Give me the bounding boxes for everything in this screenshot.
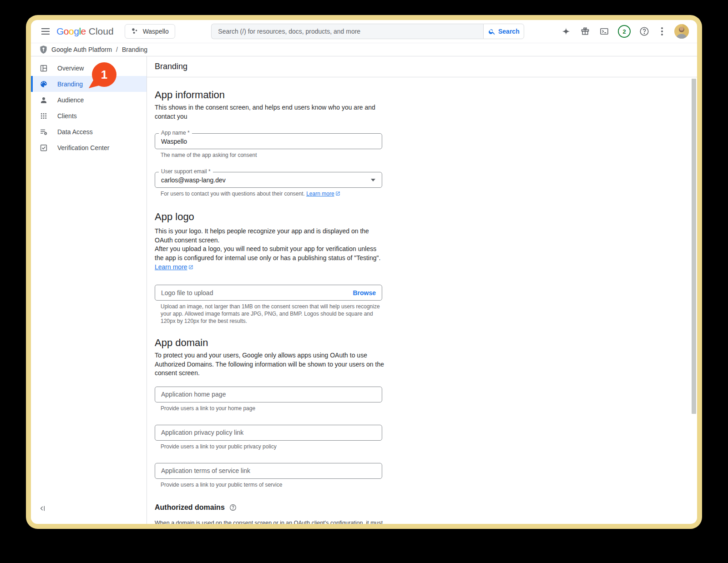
user-support-email-field: User support email * bbox=[155, 172, 382, 188]
google-cloud-logo[interactable]: Google Cloud bbox=[56, 26, 114, 37]
authorized-domains-heading-row: Authorized domains bbox=[155, 503, 679, 512]
auth-platform-shield-icon bbox=[40, 45, 47, 54]
home-page-field bbox=[155, 387, 382, 402]
gift-icon bbox=[581, 27, 590, 36]
logo-file-placeholder: Logo file to upload bbox=[161, 289, 213, 297]
hamburger-icon bbox=[41, 28, 50, 35]
sidebar-item-clients[interactable]: Clients bbox=[31, 108, 147, 124]
main-menu-button[interactable] bbox=[37, 23, 54, 40]
privacy-policy-input[interactable] bbox=[155, 425, 382, 441]
breadcrumb: Google Auth Platform / Branding bbox=[31, 43, 697, 56]
external-link-icon bbox=[188, 265, 193, 270]
sidebar-item-label: Verification Center bbox=[57, 144, 109, 151]
logo-letter: o bbox=[69, 26, 74, 37]
gemini-sparkle-icon bbox=[561, 27, 571, 36]
app-domain-heading: App domain bbox=[155, 337, 679, 349]
user-avatar[interactable] bbox=[674, 24, 689, 39]
sidebar-item-label: Branding bbox=[57, 80, 83, 88]
sidebar-item-label: Overview bbox=[57, 65, 84, 72]
app-logo-description-2: After you upload a logo, you will need t… bbox=[155, 245, 384, 262]
main-content: Branding App information This shows in t… bbox=[147, 56, 697, 524]
global-search: Search bbox=[211, 24, 524, 39]
help-button[interactable] bbox=[639, 23, 650, 40]
email-learn-more-link[interactable]: Learn more bbox=[306, 191, 334, 197]
terms-of-service-field bbox=[155, 463, 382, 479]
privacy-policy-helper: Provide users a link to your public priv… bbox=[161, 443, 383, 450]
app-domain-description: To protect you and your users, Google on… bbox=[155, 351, 384, 378]
app-name-field: App name * bbox=[155, 133, 382, 149]
application-home-page-input[interactable] bbox=[155, 387, 382, 402]
app-logo-heading: App logo bbox=[155, 211, 679, 223]
breadcrumb-root[interactable]: Google Auth Platform bbox=[51, 46, 112, 53]
home-page-helper: Provide users a link to your home page bbox=[161, 405, 383, 412]
project-selector[interactable]: Waspello bbox=[125, 24, 175, 39]
logo-letter: o bbox=[64, 26, 69, 37]
more-options-button[interactable] bbox=[658, 23, 666, 40]
logo-letter: G bbox=[56, 26, 64, 37]
sidebar-item-label: Clients bbox=[57, 112, 77, 120]
search-button-label: Search bbox=[498, 28, 520, 35]
browse-button[interactable]: Browse bbox=[353, 289, 376, 297]
dropdown-caret-icon[interactable] bbox=[371, 179, 375, 181]
sidebar-item-overview[interactable]: Overview bbox=[31, 60, 147, 76]
breadcrumb-separator: / bbox=[116, 46, 118, 53]
privacy-policy-field bbox=[155, 425, 382, 441]
person-icon bbox=[40, 96, 48, 104]
sidebar-item-label: Data Access bbox=[57, 128, 93, 136]
cloud-shell-button[interactable] bbox=[599, 23, 610, 40]
kebab-menu-icon bbox=[661, 27, 663, 35]
panel-collapse-icon bbox=[39, 505, 46, 512]
app-logo-description-1: This is your logo. It helps people recog… bbox=[155, 227, 384, 245]
app-name-helper: The name of the app asking for consent bbox=[161, 151, 383, 159]
header-tools: 2 bbox=[561, 23, 689, 40]
app-logo-learn-more-link[interactable]: Learn more bbox=[155, 263, 187, 271]
external-link-icon bbox=[335, 191, 340, 196]
browser-frame: Google Cloud Waspello Search bbox=[26, 15, 702, 529]
collapse-sidebar-button[interactable] bbox=[39, 505, 46, 514]
data-access-icon bbox=[40, 128, 48, 136]
sidebar-item-data-access[interactable]: Data Access bbox=[31, 124, 147, 140]
logo-file-input[interactable]: Logo file to upload Browse bbox=[155, 285, 382, 301]
terminal-icon bbox=[600, 27, 609, 36]
project-icon bbox=[131, 28, 138, 35]
app-name-label: App name * bbox=[159, 130, 192, 136]
avatar-photo bbox=[674, 24, 689, 39]
apps-grid-icon bbox=[40, 112, 48, 120]
checkbox-check-icon bbox=[40, 144, 48, 152]
sidebar-nav: Overview Branding Audience Clients Data … bbox=[31, 56, 147, 524]
logo-upload-field: Logo file to upload Browse bbox=[155, 285, 382, 301]
google-cloud-console-page: Google Cloud Waspello Search bbox=[31, 20, 697, 524]
user-support-email-helper: For users to contact you with questions … bbox=[161, 190, 383, 197]
overview-icon bbox=[40, 64, 48, 72]
app-information-heading: App information bbox=[155, 89, 679, 101]
help-circle-icon[interactable] bbox=[229, 504, 237, 511]
terms-of-service-input[interactable] bbox=[155, 463, 382, 479]
logo-upload-helper: Upload an image, not larger than 1MB on … bbox=[161, 303, 383, 325]
gemini-button[interactable] bbox=[561, 23, 571, 40]
sidebar-item-label: Audience bbox=[57, 96, 84, 104]
sidebar-item-audience[interactable]: Audience bbox=[31, 92, 147, 108]
authorized-domains-description: When a domain is used on the consent scr… bbox=[155, 519, 384, 524]
top-app-bar: Google Cloud Waspello Search bbox=[31, 20, 697, 43]
notifications-count-badge[interactable]: 2 bbox=[618, 25, 631, 38]
project-name: Waspello bbox=[143, 28, 169, 35]
search-icon bbox=[488, 28, 496, 35]
logo-letter: e bbox=[81, 26, 86, 37]
logo-cloud-text: Cloud bbox=[89, 26, 114, 37]
content-scrollbar[interactable] bbox=[692, 79, 696, 414]
terms-of-service-helper: Provide users a link to your public term… bbox=[161, 481, 383, 488]
search-button[interactable]: Search bbox=[483, 24, 524, 39]
app-information-description: This shows in the consent screen, and he… bbox=[155, 103, 384, 121]
help-icon bbox=[639, 26, 649, 36]
palette-icon bbox=[40, 80, 48, 88]
authorized-domains-heading: Authorized domains bbox=[155, 503, 225, 512]
sidebar-item-branding[interactable]: Branding bbox=[31, 76, 147, 92]
sidebar-item-verification-center[interactable]: Verification Center bbox=[31, 140, 147, 156]
user-support-email-label: User support email * bbox=[159, 168, 213, 175]
page-title: Branding bbox=[147, 56, 697, 77]
logo-letter: g bbox=[74, 26, 79, 37]
content-scroll-area: App information This shows in the consen… bbox=[147, 77, 697, 524]
breadcrumb-current: Branding bbox=[122, 46, 147, 53]
free-trial-gift-button[interactable] bbox=[580, 23, 591, 40]
search-input[interactable] bbox=[211, 24, 483, 39]
